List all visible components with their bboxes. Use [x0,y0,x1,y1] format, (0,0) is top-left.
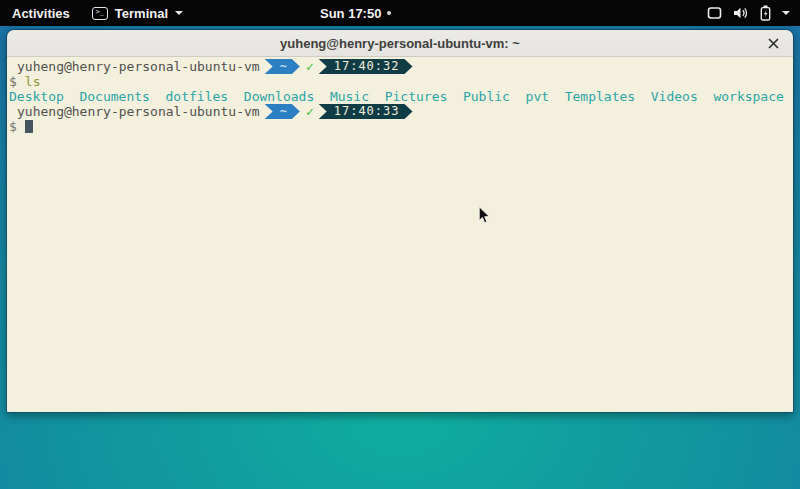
terminal-app-icon [92,7,108,20]
close-icon [768,38,779,49]
window-title: yuheng@henry-personal-ubuntu-vm: ~ [280,36,520,51]
top-bar: Activities Terminal Sun 17:50 [0,0,800,26]
prompt-line-1: yuheng@henry-personal-ubuntu-vm ~ ✓ 17:4… [9,59,793,74]
chevron-down-icon [175,11,183,15]
system-status-menu[interactable] [697,0,800,26]
clock-label: Sun 17:50 [320,6,381,21]
activities-label: Activities [12,6,70,21]
prompt-line-2: yuheng@henry-personal-ubuntu-vm ~ ✓ 17:4… [9,104,793,119]
close-button[interactable] [762,30,784,56]
notification-dot [387,11,391,15]
app-menu-terminal[interactable]: Terminal [82,0,193,26]
battery-charging-icon [760,5,771,21]
prompt-status-check: ✓ [300,104,319,119]
window-titlebar[interactable]: yuheng@henry-personal-ubuntu-vm: ~ [7,30,793,57]
prompt-user-host: yuheng@henry-personal-ubuntu-vm [17,59,260,74]
ls-output-line: Desktop Documents dotfiles Downloads Mus… [9,89,793,104]
clock-button[interactable]: Sun 17:50 [320,0,391,26]
terminal-screen[interactable]: yuheng@henry-personal-ubuntu-vm ~ ✓ 17:4… [7,57,793,413]
command-line: $ ls [9,74,793,89]
activities-button[interactable]: Activities [0,0,82,26]
chevron-down-icon [782,11,790,15]
prompt-symbol: $ [9,74,17,89]
terminal-block-cursor [25,120,33,133]
current-input-line: $ [9,119,793,134]
prompt-path-segment: ~ [265,104,300,119]
prompt-time-segment: 17:40:33 [319,104,413,119]
prompt-symbol: $ [9,119,17,134]
terminal-window: yuheng@henry-personal-ubuntu-vm: ~ yuhen… [6,29,794,413]
app-menu-label: Terminal [115,6,168,21]
prompt-path-segment: ~ [265,59,300,74]
screen-icon [707,6,722,20]
prompt-time-segment: 17:40:32 [319,59,413,74]
typed-command: ls [25,74,41,89]
volume-icon [733,6,749,20]
prompt-user-host: yuheng@henry-personal-ubuntu-vm [17,104,260,119]
prompt-status-check: ✓ [300,59,319,74]
